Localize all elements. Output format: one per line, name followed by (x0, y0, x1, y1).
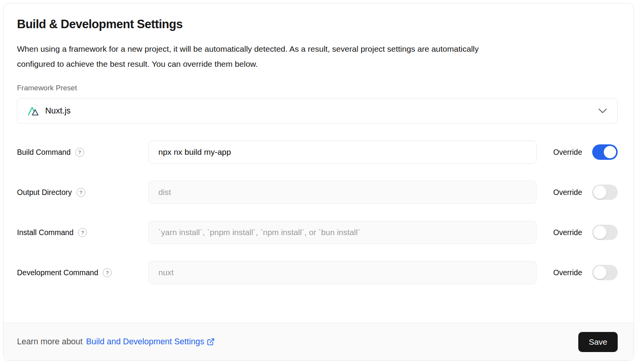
external-link-icon (207, 338, 215, 346)
help-icon[interactable]: ? (78, 228, 87, 237)
install-command-label: Install Command (17, 228, 73, 237)
build-command-label: Build Command (17, 148, 71, 157)
framework-selected-value: Nuxt.js (45, 106, 71, 116)
learn-more-text: Learn more about Build and Development S… (17, 337, 215, 347)
development-command-override-toggle[interactable] (592, 265, 618, 280)
toggle-knob (593, 186, 606, 199)
description-line-1: When using a framework for a new project… (17, 41, 618, 56)
learn-more-prefix: Learn more about (17, 337, 83, 347)
install-command-input[interactable] (148, 221, 537, 244)
development-command-input[interactable] (148, 261, 537, 284)
setting-row-development-command: Development Command ? Override (17, 261, 618, 284)
description-line-2: configured to achieve the best result. Y… (17, 56, 618, 71)
toggle-knob (604, 146, 616, 158)
override-group: Override (553, 185, 618, 200)
build-command-input[interactable] (148, 141, 537, 164)
override-group: Override (553, 144, 618, 160)
setting-row-output-directory: Output Directory ? Override (17, 181, 618, 204)
nuxt-logo-icon (27, 106, 40, 116)
setting-row-build-command: Build Command ? Override (17, 141, 618, 164)
build-command-label-group: Build Command ? (17, 148, 148, 157)
override-label: Override (553, 268, 582, 277)
development-command-label: Development Command (17, 268, 98, 277)
output-directory-input[interactable] (148, 181, 537, 204)
page-title: Build & Development Settings (17, 17, 618, 32)
build-dev-settings-card: Build & Development Settings When using … (3, 3, 634, 361)
override-group: Override (553, 265, 618, 280)
override-label: Override (553, 228, 582, 237)
output-directory-label-group: Output Directory ? (17, 188, 148, 197)
toggle-knob (593, 266, 606, 279)
output-directory-override-toggle[interactable] (592, 185, 618, 200)
development-command-label-group: Development Command ? (17, 268, 148, 277)
override-label: Override (553, 148, 582, 157)
build-dev-settings-docs-link[interactable]: Build and Development Settings (86, 337, 215, 347)
install-command-label-group: Install Command ? (17, 228, 148, 237)
help-icon[interactable]: ? (75, 148, 84, 157)
setting-row-install-command: Install Command ? Override (17, 221, 618, 244)
settings-description: When using a framework for a new project… (17, 41, 618, 71)
save-button[interactable]: Save (578, 332, 618, 352)
override-group: Override (553, 225, 618, 240)
card-body: Build & Development Settings When using … (3, 3, 634, 284)
framework-preset-label: Framework Preset (17, 83, 618, 93)
help-icon[interactable]: ? (76, 188, 85, 197)
build-command-override-toggle[interactable] (592, 144, 618, 160)
card-footer: Learn more about Build and Development S… (3, 323, 634, 361)
output-directory-label: Output Directory (17, 188, 72, 197)
chevron-down-icon (598, 108, 607, 113)
override-label: Override (553, 188, 582, 197)
help-icon[interactable]: ? (103, 268, 112, 277)
learn-more-link-text: Build and Development Settings (86, 337, 204, 347)
toggle-knob (593, 226, 606, 239)
install-command-override-toggle[interactable] (592, 225, 618, 240)
framework-preset-select[interactable]: Nuxt.js (17, 98, 618, 124)
